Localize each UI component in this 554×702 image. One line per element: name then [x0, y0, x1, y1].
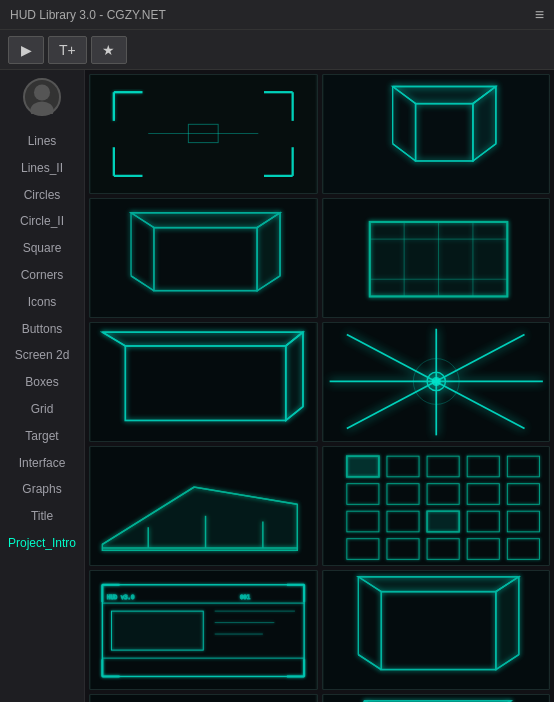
header: HUD Library 3.0 - CGZY.NET ≡: [0, 0, 554, 30]
svg-point-63: [431, 377, 440, 386]
svg-marker-37: [131, 213, 280, 228]
sidebar-item-square[interactable]: Square: [0, 235, 84, 262]
sidebar-item-graphs[interactable]: Graphs: [0, 476, 84, 503]
play-button[interactable]: ▶: [8, 36, 44, 64]
sidebar-item-circles[interactable]: Circles: [0, 182, 84, 209]
sidebar-item-corners[interactable]: Corners: [0, 262, 84, 289]
sidebar-item-lines_ii[interactable]: Lines_II: [0, 155, 84, 182]
svg-rect-99: [112, 611, 204, 650]
svg-point-1: [30, 101, 53, 114]
sidebar-item-grid[interactable]: Grid: [0, 396, 84, 423]
main-area: LinesLines_IICirclesCircle_IISquareCorne…: [0, 70, 554, 702]
svg-rect-46: [369, 222, 507, 297]
svg-point-0: [34, 84, 50, 100]
thumbnail-12[interactable]: [322, 694, 551, 702]
svg-rect-94: [427, 511, 459, 532]
thumbnail-5[interactable]: [89, 322, 318, 442]
app-title: HUD Library 3.0 - CGZY.NET: [10, 8, 166, 22]
content-area: HUD v3.0 001: [85, 70, 554, 702]
thumbnail-4[interactable]: [322, 198, 551, 318]
thumbnail-6[interactable]: [322, 322, 551, 442]
sidebar-item-project_intro[interactable]: Project_Intro: [0, 530, 84, 557]
thumbnail-2[interactable]: [322, 74, 551, 194]
thumbnail-1[interactable]: [89, 74, 318, 194]
svg-marker-55: [286, 332, 303, 420]
svg-text:001: 001: [240, 594, 251, 600]
thumbnail-3[interactable]: [89, 198, 318, 318]
svg-marker-123: [358, 577, 518, 592]
sidebar-item-screen-2d[interactable]: Screen 2d: [0, 342, 84, 369]
thumbnail-11[interactable]: [89, 694, 318, 702]
sidebar-item-target[interactable]: Target: [0, 423, 84, 450]
menu-icon[interactable]: ≡: [535, 6, 544, 24]
thumbnail-9[interactable]: HUD v3.0 001: [89, 570, 318, 690]
sidebar: LinesLines_IICirclesCircle_IISquareCorne…: [0, 70, 85, 702]
thumbnail-7[interactable]: [89, 446, 318, 566]
sidebar-item-interface[interactable]: Interface: [0, 450, 84, 477]
sidebar-item-boxes[interactable]: Boxes: [0, 369, 84, 396]
svg-marker-54: [102, 332, 303, 346]
svg-rect-93: [346, 456, 378, 477]
thumbnail-grid: HUD v3.0 001: [89, 74, 550, 702]
sidebar-item-buttons[interactable]: Buttons: [0, 316, 84, 343]
svg-rect-125: [91, 695, 316, 702]
thumbnail-8[interactable]: [322, 446, 551, 566]
star-button[interactable]: ★: [91, 36, 127, 64]
avatar: [23, 78, 61, 116]
thumbnail-10[interactable]: [322, 570, 551, 690]
text-button[interactable]: T+: [48, 36, 87, 64]
sidebar-item-circle_ii[interactable]: Circle_II: [0, 208, 84, 235]
toolbar: ▶ T+ ★: [0, 30, 554, 70]
svg-text:HUD v3.0: HUD v3.0: [107, 594, 135, 600]
sidebar-item-title[interactable]: Title: [0, 503, 84, 530]
svg-marker-124: [495, 577, 518, 670]
sidebar-item-lines[interactable]: Lines: [0, 128, 84, 155]
sidebar-item-icons[interactable]: Icons: [0, 289, 84, 316]
